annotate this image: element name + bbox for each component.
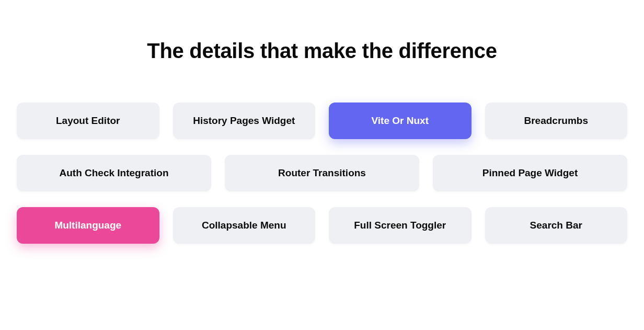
- feature-tag-auth-check-integration[interactable]: Auth Check Integration: [17, 155, 211, 191]
- feature-tag-layout-editor[interactable]: Layout Editor: [17, 103, 159, 139]
- feature-tag-multilanguage[interactable]: Multilanguage: [17, 207, 159, 244]
- tag-label: Auth Check Integration: [59, 167, 168, 179]
- feature-tag-pinned-page-widget[interactable]: Pinned Page Widget: [433, 155, 627, 191]
- tag-label: Multilanguage: [54, 220, 121, 231]
- tag-row: Auth Check Integration Router Transition…: [17, 155, 627, 191]
- tag-row: Multilanguage Collapsable Menu Full Scre…: [17, 207, 627, 244]
- feature-tag-search-bar[interactable]: Search Bar: [485, 207, 628, 244]
- feature-tag-collapsable-menu[interactable]: Collapsable Menu: [173, 207, 316, 244]
- section-heading: The details that make the difference: [17, 39, 627, 63]
- tag-label: Collapsable Menu: [202, 220, 286, 231]
- tag-label: Search Bar: [530, 220, 582, 231]
- tag-label: Vite Or Nuxt: [372, 115, 429, 127]
- tag-label: Layout Editor: [56, 115, 120, 127]
- tag-label: Pinned Page Widget: [482, 167, 578, 179]
- feature-tag-history-pages-widget[interactable]: History Pages Widget: [173, 103, 316, 139]
- tag-label: Breadcrumbs: [524, 115, 589, 127]
- feature-tag-vite-or-nuxt[interactable]: Vite Or Nuxt: [329, 103, 472, 139]
- feature-tag-full-screen-toggler[interactable]: Full Screen Toggler: [329, 207, 472, 244]
- tag-label: Full Screen Toggler: [354, 220, 446, 231]
- feature-tag-grid: Layout Editor History Pages Widget Vite …: [17, 103, 627, 244]
- tag-row: Layout Editor History Pages Widget Vite …: [17, 103, 627, 139]
- tag-label: History Pages Widget: [193, 115, 295, 127]
- feature-tag-router-transitions[interactable]: Router Transitions: [225, 155, 419, 191]
- feature-section: The details that make the difference Lay…: [8, 39, 636, 244]
- tag-label: Router Transitions: [278, 167, 366, 179]
- feature-tag-breadcrumbs[interactable]: Breadcrumbs: [485, 103, 628, 139]
